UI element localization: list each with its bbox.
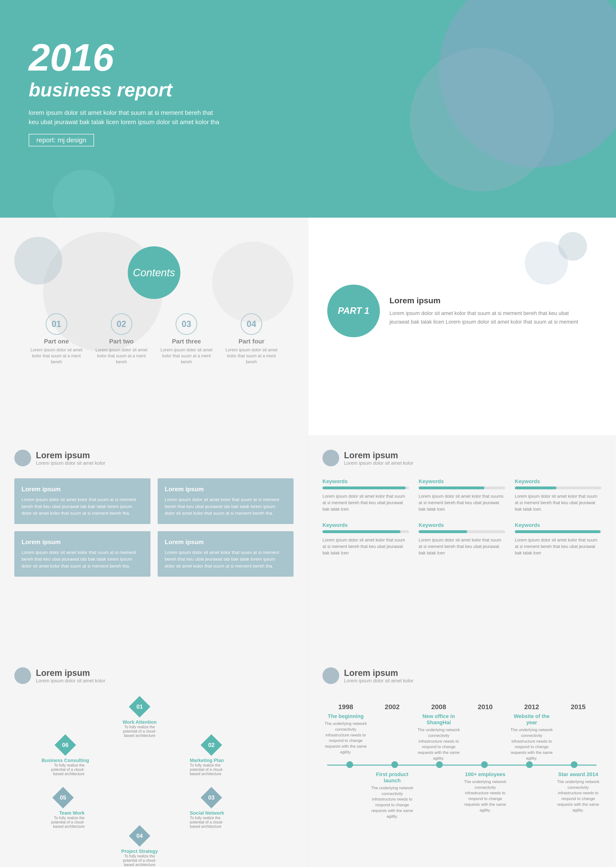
diamond-1: 01 — [129, 696, 151, 718]
timeline-above-4: 2010 — [462, 703, 508, 761]
card-title-2: Lorem ipsum — [165, 485, 287, 493]
diagram-desc-4: To fully realize the potential of a clou… — [118, 854, 161, 867]
keyword-bar-1 — [322, 487, 406, 489]
keyword-bar-6 — [515, 530, 600, 533]
timeline-year-4: 2010 — [462, 703, 508, 711]
diagram-desc-2: To fully realize the potential of a clou… — [190, 763, 233, 776]
timeline-below-4: 100+ employees The underlying network co… — [462, 768, 508, 820]
keyword-bar-bg-4 — [322, 530, 409, 533]
row-3: Lorem ipsum Lorem ipsum dolor sit amet k… — [0, 435, 616, 653]
diagram-item-5: 05 Team Work To fully realize the potent… — [42, 787, 85, 829]
row-4: Lorem ipsum Lorem ipsum dolor sit amet k… — [0, 653, 616, 867]
contents-item-4: 04 Part four Lorem ipsum dolor sit amet … — [225, 313, 278, 365]
contents-label: Contents — [133, 267, 175, 279]
keyword-2: Keywords Lorem ipsum dolor sit amet kolo… — [419, 478, 505, 512]
section-circle-diagram — [14, 667, 31, 684]
diagram-desc-1: To fully realize the potential of a clou… — [118, 725, 161, 738]
cover-desc: lorem ipsum dolor sit amet kolor that su… — [29, 108, 220, 127]
diamond-3: 03 — [201, 787, 222, 808]
timeline-below-5 — [508, 768, 555, 820]
keyword-bar-2 — [419, 487, 484, 489]
diagram-item-4: 04 Project Strategy To fully realize the… — [118, 825, 161, 867]
keyword-label-2: Keywords — [419, 478, 505, 485]
cover-title: business report — [29, 79, 587, 101]
diagram-title-4: Project Strategy — [118, 848, 161, 854]
slide-cover: 2016 business report lorem ipsum dolor s… — [0, 0, 616, 218]
keyword-label-6: Keywords — [515, 522, 602, 528]
timeline-year-1: 1998 — [322, 703, 369, 711]
card-title-3: Lorem ipsum — [22, 539, 143, 546]
section-circle-left — [14, 450, 31, 466]
section-sub-right: Lorem ipsum dolor sit amet kolor — [344, 460, 413, 466]
section-title-block-diagram: Lorem ipsum Lorem ipsum dolor sit amet k… — [36, 668, 105, 683]
contents-num-1: 01 — [46, 313, 67, 335]
section-title-right: Lorem ipsum — [344, 450, 413, 460]
keyword-bar-bg-2 — [419, 487, 505, 489]
keyword-bar-bg-6 — [515, 530, 602, 533]
timeline-below-6: Star award 2014 The underlying network c… — [555, 768, 602, 820]
timeline-above-title-1: The beginning — [322, 713, 369, 719]
timeline-below-1 — [322, 768, 369, 820]
dot-3 — [417, 761, 462, 768]
section-header-right: Lorem ipsum Lorem ipsum dolor sit amet k… — [322, 450, 602, 466]
timeline-below-desc-2: The underlying network connectivity infr… — [369, 785, 415, 820]
keyword-desc-1: Lorem ipsum dolor sit amet kolor that su… — [322, 493, 409, 512]
dot-6 — [552, 761, 597, 768]
timeline-line-row — [327, 761, 597, 768]
slide-contents: Contents 01 Part one Lorem ipsum dolor s… — [0, 218, 308, 435]
contents-title-4: Part four — [225, 338, 278, 345]
diagram-desc-6: To fully realize the potential of a clou… — [42, 763, 85, 776]
contents-num-2: 02 — [111, 313, 132, 335]
keyword-bar-bg-1 — [322, 487, 409, 489]
timeline-below-title-2: First product launch — [369, 771, 415, 784]
keyword-1: Keywords Lorem ipsum dolor sit amet kolo… — [322, 478, 409, 512]
keyword-bar-bg-3 — [515, 487, 602, 489]
dot-4 — [462, 761, 507, 768]
contents-bg-circle3 — [14, 237, 62, 284]
card-desc-1: Lorem ipsum dolor sit amet kolor that su… — [22, 496, 143, 517]
part1-label: PART 1 — [338, 305, 369, 316]
dot-1 — [327, 761, 372, 768]
contents-bg-circle2 — [212, 242, 294, 323]
section-header-left: Lorem ipsum Lorem ipsum dolor sit amet k… — [14, 450, 294, 466]
section-circle-timeline — [322, 667, 339, 684]
timeline-above-title-5: Website of the year — [508, 713, 555, 726]
slide-cards: Lorem ipsum Lorem ipsum dolor sit amet k… — [0, 435, 308, 653]
timeline-above-6: 2015 — [555, 703, 602, 761]
diamond-5: 05 — [52, 787, 74, 808]
contents-item-1: 01 Part one Lorem ipsum dolor sit amet k… — [30, 313, 83, 365]
keyword-bar-3 — [515, 487, 556, 489]
timeline-top-row: 1998 The beginning The underlying networ… — [322, 703, 602, 761]
timeline-year-2: 2002 — [369, 703, 415, 711]
keywords-grid: Keywords Lorem ipsum dolor sit amet kolo… — [322, 478, 602, 556]
keyword-label-1: Keywords — [322, 478, 409, 485]
section-sub-diagram: Lorem ipsum dolor sit amet kolor — [36, 678, 105, 683]
timeline-above-desc-3: The underlying network connectivity infr… — [415, 727, 462, 761]
diagram-title-5: Team Work — [42, 810, 85, 816]
card-desc-2: Lorem ipsum dolor sit amet kolor that su… — [165, 496, 287, 517]
contents-desc-3: Lorem ipsum dolor sit amet kolor that su… — [160, 347, 213, 365]
contents-desc-1: Lorem ipsum dolor sit amet kolor that su… — [30, 347, 83, 365]
keyword-3: Keywords Lorem ipsum dolor sit amet kolo… — [515, 478, 602, 512]
section-title-block-left: Lorem ipsum Lorem ipsum dolor sit amet k… — [36, 450, 105, 466]
diamond-2: 02 — [201, 734, 222, 756]
timeline-above-title-3: New office in ShangHai — [415, 713, 462, 726]
keyword-bar-4 — [322, 530, 401, 533]
section-header-diagram: Lorem ipsum Lorem ipsum dolor sit amet k… — [14, 667, 294, 684]
cover-circle-small — [53, 170, 115, 218]
keyword-desc-6: Lorem ipsum dolor sit amet kolor that su… — [515, 537, 602, 556]
diagram-title-3: Social Network — [190, 810, 233, 816]
section-title-block-right: Lorem ipsum Lorem ipsum dolor sit amet k… — [344, 450, 413, 466]
cover-badge: report: mj design — [29, 134, 94, 146]
part1-content: Lorem ipsum Lorem ipsum dolor sit amet k… — [390, 296, 581, 326]
dot-5 — [507, 761, 552, 768]
contents-num-4: 04 — [240, 313, 262, 335]
section-sub-left: Lorem ipsum dolor sit amet kolor — [36, 460, 105, 466]
timeline-above-5: 2012 Website of the year The underlying … — [508, 703, 555, 761]
timeline-above-desc-1: The underlying network connectivity infr… — [322, 721, 369, 755]
section-circle-right — [322, 450, 339, 466]
diagram-item-1: 01 Work Attention To fully realize the p… — [118, 696, 161, 738]
keyword-5: Keywords Lorem ipsum dolor sit amet kolo… — [419, 522, 505, 556]
contents-desc-4: Lorem ipsum dolor sit amet kolor that su… — [225, 347, 278, 365]
slide-timeline: Lorem ipsum Lorem ipsum dolor sit amet k… — [308, 653, 616, 867]
